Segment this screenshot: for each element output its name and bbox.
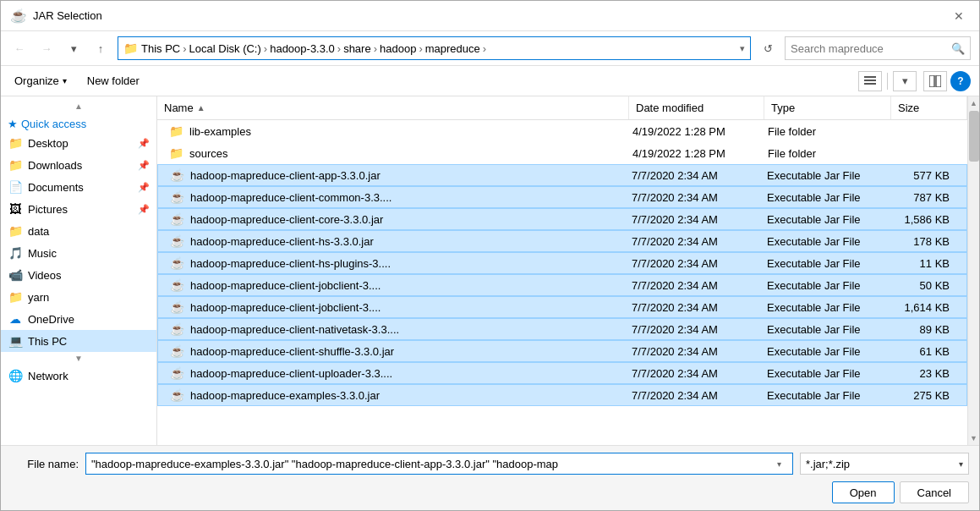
scrollbar-track[interactable] [968,110,979,431]
sidebar-scroll-up[interactable]: ▲ [1,100,156,113]
jar-jobclient2-icon: ☕ [168,300,185,314]
sidebar-item-downloads[interactable]: 📁 Downloads 📌 [1,154,156,176]
scrollbar-thumb[interactable] [969,111,979,162]
col-header-size[interactable]: Size [891,96,967,119]
col-header-date[interactable]: Date modified [629,96,764,119]
sidebar-item-documents[interactable]: 📄 Documents 📌 [1,176,156,198]
sidebar-onedrive-label: OneDrive [28,313,150,326]
filename-dropdown-button[interactable]: ▾ [770,453,787,474]
sep3: › [337,42,341,55]
cancel-button[interactable]: Cancel [900,481,969,503]
file-size-jar-examples: 275 KB [887,389,963,402]
file-type-jar-client-core: Executable Jar File [760,213,887,226]
jar-client-core-icon: ☕ [168,212,185,226]
file-list-header: Name ▲ Date modified Type Size [157,96,967,120]
sidebar: ▲ ★ Quick access 📁 Desktop 📌 📁 Downloads… [1,96,157,445]
file-name-jar-client-common: ☕ hadoop-mapreduce-client-common-3.3.... [162,190,625,204]
breadcrumb-bar[interactable]: 📁 This PC › Local Disk (C:) › hadoop-3.3… [118,36,751,60]
file-row-jar-examples[interactable]: ☕ hadoop-mapreduce-examples-3.3.0.jar 7/… [157,384,967,406]
sep6: › [483,42,486,55]
downloads-pin-icon: 📌 [138,160,150,171]
file-date-sources: 4/19/2022 1:28 PM [626,147,761,160]
breadcrumb-hadoop2[interactable]: hadoop [380,42,416,55]
close-button[interactable]: ✕ [949,6,969,26]
refresh-button[interactable]: ↺ [758,38,778,58]
sidebar-item-desktop[interactable]: 📁 Desktop 📌 [1,132,156,154]
right-scrollbar[interactable]: ▲ ▼ [967,96,979,445]
file-row-jar-nativetask[interactable]: ☕ hadoop-mapreduce-client-nativetask-3.3… [157,318,967,340]
file-row-jar-client-hs-plugins[interactable]: ☕ hadoop-mapreduce-client-hs-plugins-3..… [157,252,967,274]
pane-button[interactable] [923,71,947,91]
network-icon: 🌐 [8,369,23,382]
file-row-jar-client-common[interactable]: ☕ hadoop-mapreduce-client-common-3.3....… [157,186,967,208]
file-row-jar-jobclient[interactable]: ☕ hadoop-mapreduce-client-jobclient-3...… [157,274,967,296]
sidebar-item-data[interactable]: 📁 data [1,220,156,242]
file-date-jar-jobclient2: 7/7/2020 2:34 AM [625,301,760,314]
sidebar-item-music[interactable]: 🎵 Music [1,242,156,264]
sidebar-item-videos[interactable]: 📹 Videos [1,264,156,286]
sources-folder-icon: 📁 [167,146,184,160]
view-details-button[interactable] [858,71,882,91]
up-button[interactable]: ↑ [90,38,111,58]
search-bar[interactable]: 🔍 [785,36,971,60]
titlebar-left: ☕ JAR Selection [11,8,102,24]
desktop-pin-icon: 📌 [138,138,150,149]
sidebar-item-onedrive[interactable]: ☁ OneDrive [1,308,156,330]
open-button[interactable]: Open [832,481,895,503]
sidebar-item-yarn[interactable]: 📁 yarn [1,286,156,308]
organize-button[interactable]: Organize ▾ [9,72,72,90]
file-row-sources[interactable]: 📁 sources 4/19/2022 1:28 PM File folder [157,142,967,164]
search-input[interactable] [791,42,948,55]
sidebar-pictures-label: Pictures [28,203,133,216]
filename-input[interactable]: "hadoop-mapreduce-examples-3.3.0.jar" "h… [85,453,793,475]
filetype-select[interactable]: *.jar;*.zip ▾ [800,453,969,475]
pictures-pin-icon: 📌 [138,204,150,215]
new-folder-button[interactable]: New folder [82,72,145,90]
breadcrumb-local-disk[interactable]: Local Disk (C:) [189,42,261,55]
sidebar-item-this-pc[interactable]: 💻 This PC [1,330,156,352]
breadcrumb-this-pc[interactable]: This PC [141,42,180,55]
file-row-jar-shuffle[interactable]: ☕ hadoop-mapreduce-client-shuffle-3.3.0.… [157,340,967,362]
file-row-jar-client-app[interactable]: ☕ hadoop-mapreduce-client-app-3.3.0.jar … [157,164,967,186]
file-row-lib-examples[interactable]: 📁 lib-examples 4/19/2022 1:28 PM File fo… [157,120,967,142]
file-list-body[interactable]: 📁 lib-examples 4/19/2022 1:28 PM File fo… [157,120,967,445]
file-type-jar-jobclient2: Executable Jar File [760,301,887,314]
view-dropdown-button[interactable]: ▾ [893,71,917,91]
jar-client-hs-icon: ☕ [168,234,185,248]
file-name-jar-examples: ☕ hadoop-mapreduce-examples-3.3.0.jar [162,388,625,402]
breadcrumb-mapreduce[interactable]: mapreduce [425,42,480,55]
scrollbar-down-arrow[interactable]: ▼ [968,431,979,445]
file-row-jar-client-core[interactable]: ☕ hadoop-mapreduce-client-core-3.3.0.jar… [157,208,967,230]
breadcrumb-dropdown-icon[interactable]: ▾ [740,43,745,54]
forward-button[interactable]: → [36,38,57,58]
desktop-icon: 📁 [8,136,23,150]
file-name-jar-client-hs-plugins: ☕ hadoop-mapreduce-client-hs-plugins-3..… [162,256,625,270]
help-button[interactable]: ? [950,71,971,91]
file-panel: Name ▲ Date modified Type Size [157,96,967,445]
data-icon: 📁 [8,224,23,238]
breadcrumb-share[interactable]: share [343,42,371,55]
scrollbar-up-arrow[interactable]: ▲ [968,96,979,110]
file-row-jar-jobclient2[interactable]: ☕ hadoop-mapreduce-client-jobclient-3...… [157,296,967,318]
file-row-jar-uploader[interactable]: ☕ hadoop-mapreduce-client-uploader-3.3..… [157,362,967,384]
dropdown-button[interactable]: ▾ [63,38,84,58]
sidebar-data-label: data [28,225,150,238]
file-row-jar-client-hs[interactable]: ☕ hadoop-mapreduce-client-hs-3.3.0.jar 7… [157,230,967,252]
search-icon: 🔍 [951,42,965,55]
jar-selection-dialog: ☕ JAR Selection ✕ ← → ▾ ↑ 📁 This PC › Lo… [0,0,980,511]
breadcrumb-hadoop[interactable]: hadoop-3.3.0 [270,42,335,55]
file-type-jar-client-common: Executable Jar File [760,191,887,204]
file-date-jar-client-core: 7/7/2020 2:34 AM [625,213,760,226]
jar-examples-icon: ☕ [168,388,185,402]
col-header-name[interactable]: Name ▲ [157,96,629,119]
sidebar-item-network[interactable]: 🌐 Network [1,365,156,387]
col-header-type[interactable]: Type [764,96,891,119]
sidebar-item-pictures[interactable]: 🖼 Pictures 📌 [1,198,156,220]
file-size-jar-client-hs: 178 KB [887,235,963,248]
file-name-jar-client-hs: ☕ hadoop-mapreduce-client-hs-3.3.0.jar [162,234,625,248]
sidebar-scroll-down[interactable]: ▼ [1,352,156,365]
back-button[interactable]: ← [9,38,30,58]
file-date-lib-examples: 4/19/2022 1:28 PM [626,125,761,138]
quick-access-label: Quick access [21,118,86,130]
svg-rect-3 [929,75,934,87]
